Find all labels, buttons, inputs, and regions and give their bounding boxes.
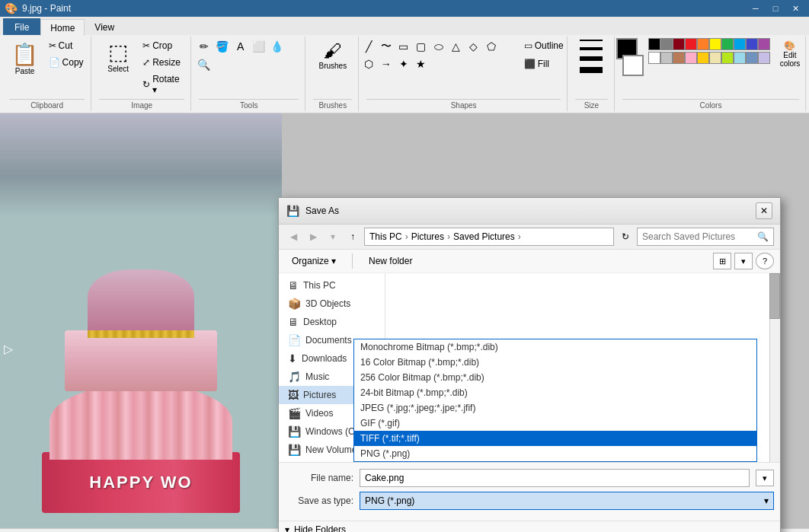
recent-button[interactable]: ▾ bbox=[325, 228, 341, 245]
brushes-button[interactable]: 🖌 Brushes bbox=[312, 38, 353, 74]
tab-view[interactable]: View bbox=[85, 18, 124, 35]
dropdown-item[interactable]: 256 Color Bitmap (*.bmp;*.dib) bbox=[354, 370, 756, 385]
color-swatch[interactable] bbox=[685, 38, 697, 50]
hide-folders-label: Hide Folders bbox=[294, 524, 346, 532]
organize-button[interactable]: Organize ▾ bbox=[285, 253, 343, 269]
color-row-1 bbox=[648, 38, 770, 50]
cut-button[interactable]: ✂ Cut bbox=[45, 38, 88, 53]
nav-item-label: 3D Objects bbox=[305, 298, 350, 309]
maximize-button[interactable]: □ bbox=[766, 2, 785, 15]
dropdown-item[interactable]: 16 Color Bitmap (*.bmp;*.dib) bbox=[354, 355, 756, 370]
format-select[interactable]: PNG (*.png) ▾ bbox=[360, 492, 774, 510]
select-button[interactable]: ⬚ Select bbox=[99, 38, 137, 77]
shape-line[interactable]: ╱ bbox=[360, 38, 377, 55]
shape-pentagon[interactable]: ⬠ bbox=[483, 38, 500, 55]
pencil-tool[interactable]: ✏ bbox=[196, 38, 213, 55]
shape-arrow[interactable]: → bbox=[378, 56, 395, 72]
up-button[interactable]: ↑ bbox=[344, 228, 361, 245]
tab-home[interactable]: Home bbox=[40, 19, 85, 36]
breadcrumb[interactable]: This PC › Pictures › Saved Pictures › bbox=[364, 228, 614, 246]
shape-curve[interactable]: 〜 bbox=[378, 38, 395, 55]
scrollbar-track[interactable] bbox=[769, 273, 780, 462]
color-swatch[interactable] bbox=[709, 38, 721, 50]
eraser-tool[interactable]: ⬜ bbox=[251, 38, 267, 55]
nav-item-3d-objects[interactable]: 📦 3D Objects bbox=[279, 295, 385, 313]
color-swatch[interactable] bbox=[721, 38, 734, 50]
color-swatch[interactable] bbox=[648, 38, 660, 50]
dropdown-item[interactable]: GIF (*.gif) bbox=[354, 416, 756, 431]
music-icon: 🎵 bbox=[288, 371, 301, 383]
shape-star4[interactable]: ✦ bbox=[395, 56, 412, 72]
color-swatch[interactable] bbox=[746, 52, 758, 64]
shape-star5[interactable]: ★ bbox=[413, 56, 430, 72]
rotate-button[interactable]: ↻ Rotate ▾ bbox=[139, 72, 184, 97]
shape-rect[interactable]: ▭ bbox=[395, 38, 412, 55]
breadcrumb-sep-2: › bbox=[447, 231, 450, 242]
color-picker-tool[interactable]: 💧 bbox=[269, 38, 286, 55]
filename-dropdown-button[interactable]: ▾ bbox=[756, 470, 774, 486]
brushes-group-label: Brushes bbox=[313, 99, 352, 110]
color-swatch[interactable] bbox=[709, 52, 721, 64]
color-swatch[interactable] bbox=[758, 38, 770, 50]
shape-triangle[interactable]: △ bbox=[448, 38, 465, 55]
dropdown-item-tiff[interactable]: TIFF (*.tif;*.tiff) bbox=[354, 431, 756, 446]
resize-button[interactable]: ⤢ Resize bbox=[139, 55, 184, 70]
color-swatch[interactable] bbox=[734, 52, 746, 64]
dropdown-item[interactable]: PNG (*.png) bbox=[354, 446, 756, 461]
magnifier-tool[interactable]: 🔍 bbox=[196, 56, 213, 73]
nav-item-label: Pictures bbox=[303, 390, 336, 400]
hide-folders-row[interactable]: ▾ Hide Folders bbox=[279, 521, 780, 532]
shape-hexagon[interactable]: ⬡ bbox=[360, 56, 377, 72]
color-swatch[interactable] bbox=[660, 52, 673, 64]
color-swatch[interactable] bbox=[746, 38, 758, 50]
fill-button[interactable]: ⬛ Fill bbox=[520, 56, 568, 72]
refresh-button[interactable]: ↻ bbox=[617, 228, 634, 245]
color-swatch[interactable] bbox=[660, 38, 673, 50]
text-tool[interactable]: A bbox=[232, 38, 249, 55]
view-button[interactable]: ⊞ bbox=[713, 253, 731, 269]
color-swatch[interactable] bbox=[734, 38, 746, 50]
nav-item-label: Windows (C:) bbox=[305, 426, 360, 437]
window-title: 9.jpg - Paint bbox=[22, 3, 71, 14]
color-swatch[interactable] bbox=[673, 38, 685, 50]
help-button[interactable]: ? bbox=[756, 253, 774, 269]
dropdown-item[interactable]: Monochrome Bitmap (*.bmp;*.dib) bbox=[354, 339, 756, 355]
brushes-label: Brushes bbox=[318, 62, 347, 70]
copy-button[interactable]: 📄 Copy bbox=[45, 55, 88, 70]
back-button[interactable]: ◀ bbox=[285, 228, 302, 245]
dropdown-item[interactable]: JPEG (*.jpg;*.jpeg;*.jpe;*.jfif) bbox=[354, 400, 756, 416]
search-bar[interactable]: 🔍 bbox=[637, 228, 774, 246]
dialog-icon: 💾 bbox=[286, 205, 299, 217]
outline-button[interactable]: ▭ Outline bbox=[520, 38, 568, 53]
shape-diamond[interactable]: ◇ bbox=[465, 38, 482, 55]
dropdown-item[interactable]: 24-bit Bitmap (*.bmp;*.dib) bbox=[354, 385, 756, 400]
color-swatch[interactable] bbox=[697, 52, 709, 64]
color-swatch[interactable] bbox=[758, 52, 770, 64]
nav-item-this-pc[interactable]: 🖥 This PC bbox=[279, 276, 385, 295]
paste-button[interactable]: 📋 Paste bbox=[7, 38, 43, 79]
minimize-button[interactable]: ─ bbox=[747, 2, 765, 15]
color-swatch[interactable] bbox=[697, 38, 709, 50]
edit-colors-button[interactable]: 🎨 Edit colors bbox=[775, 38, 805, 70]
crop-button[interactable]: ✂ Crop bbox=[139, 38, 184, 53]
size-group-label: Size bbox=[575, 99, 608, 110]
tab-file[interactable]: File bbox=[3, 18, 40, 35]
shape-ellipse[interactable]: ⬭ bbox=[430, 38, 447, 55]
color-swatch[interactable] bbox=[685, 52, 697, 64]
nav-item-desktop[interactable]: 🖥 Desktop bbox=[279, 313, 385, 331]
filename-row: File name: ▾ bbox=[285, 469, 774, 487]
shape-roundrect[interactable]: ▢ bbox=[413, 38, 430, 55]
forward-button[interactable]: ▶ bbox=[305, 228, 321, 245]
color-swatch[interactable] bbox=[648, 52, 660, 64]
fill-tool[interactable]: 🪣 bbox=[214, 38, 231, 55]
view-dropdown-button[interactable]: ▾ bbox=[734, 253, 753, 269]
color2-swatch[interactable] bbox=[622, 55, 644, 76]
scrollbar-thumb[interactable] bbox=[769, 273, 780, 319]
dialog-close-button[interactable]: ✕ bbox=[756, 202, 772, 219]
new-folder-button[interactable]: New folder bbox=[362, 253, 419, 269]
color-swatch[interactable] bbox=[721, 52, 734, 64]
filename-input[interactable] bbox=[360, 469, 750, 487]
close-button[interactable]: ✕ bbox=[786, 2, 804, 15]
search-input[interactable] bbox=[642, 231, 757, 242]
color-swatch[interactable] bbox=[673, 52, 685, 64]
